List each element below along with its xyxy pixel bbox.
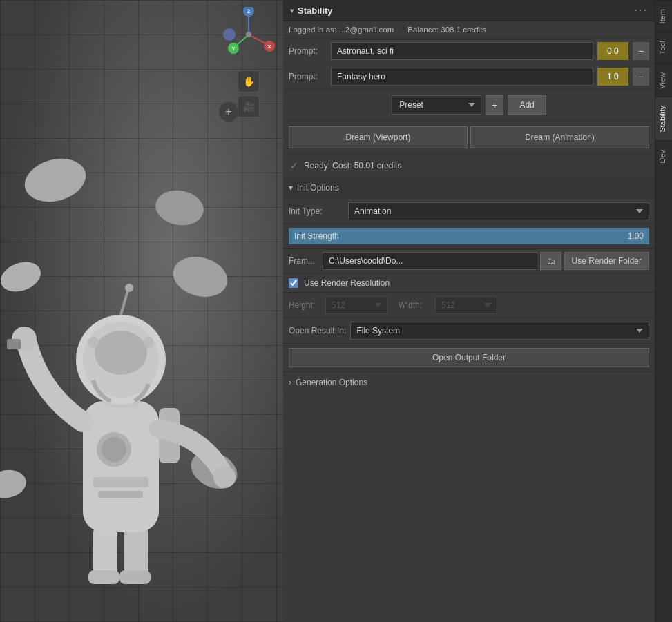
svg-point-17 xyxy=(213,466,236,488)
frame-label: Fram... xyxy=(289,256,320,266)
preset-select[interactable]: Preset xyxy=(392,95,481,115)
generation-options-label: Generation Options xyxy=(296,378,367,387)
preset-plus-button[interactable]: + xyxy=(486,95,503,115)
init-strength-label: Init Strength xyxy=(289,231,628,241)
viewport-bg: + Z Y X xyxy=(0,0,283,622)
svg-point-1 xyxy=(153,186,207,229)
svg-point-2 xyxy=(0,257,45,297)
panel-header-left: ▾ Stability xyxy=(290,6,333,16)
svg-point-36 xyxy=(246,32,251,37)
status-row: ✓ Ready! Cost: 50.01 credits. xyxy=(283,155,655,177)
dream-buttons-row: Dream (Viewport) Dream (Animation) xyxy=(283,121,655,155)
width-label: Width: xyxy=(399,300,430,310)
dream-viewport-button[interactable]: Dream (Viewport) xyxy=(289,126,468,148)
svg-line-25 xyxy=(121,291,128,315)
preset-row: Preset + Add xyxy=(283,90,655,121)
hand-tool-button[interactable]: ✋ xyxy=(238,70,260,93)
init-options-header[interactable]: ▾ Init Options xyxy=(283,177,655,199)
frame-folder-button[interactable]: 🗂 xyxy=(540,252,561,270)
stability-panel: ▾ Stability ··· Logged in as: ...2@gmail… xyxy=(283,0,655,622)
panel-menu-dots[interactable]: ··· xyxy=(635,4,648,17)
account-info-row: Logged in as: ...2@gmail.com Balance: 30… xyxy=(283,21,655,39)
resolution-row: Height: 512 Width: 512 xyxy=(283,293,655,318)
svg-point-37 xyxy=(223,28,236,41)
camera-tool-button[interactable]: 🎥 xyxy=(238,95,260,117)
svg-rect-14 xyxy=(98,491,143,498)
panel-header: ▾ Stability ··· xyxy=(283,0,655,21)
svg-text:Z: Z xyxy=(247,8,251,14)
init-type-label: Init Type: xyxy=(289,206,344,216)
viewport-controls: Z Y X ✋ xyxy=(221,7,276,117)
prompt-input-1[interactable] xyxy=(331,42,593,60)
prompt-label-1: Prompt: xyxy=(289,46,327,56)
width-select[interactable]: 512 xyxy=(435,296,497,314)
render-resolution-checkbox[interactable] xyxy=(289,278,298,288)
prompt-row-2: Prompt: 1.0 − xyxy=(283,64,655,90)
panel-title: Stability xyxy=(298,6,333,16)
astronaut-model xyxy=(0,139,249,622)
render-resolution-label[interactable]: Use Render Resolution xyxy=(304,278,390,288)
svg-point-24 xyxy=(143,337,154,348)
init-options-collapse-icon: ▾ xyxy=(289,183,293,193)
init-type-select[interactable]: Animation xyxy=(348,202,649,220)
open-result-select[interactable]: File System xyxy=(350,322,649,340)
collapse-arrow-icon[interactable]: ▾ xyxy=(290,7,294,14)
init-strength-value: 1.00 xyxy=(628,231,649,241)
init-options-label: Init Options xyxy=(297,183,339,193)
side-tabs: Item Tool View Stability Dev xyxy=(655,0,672,622)
dream-animation-button[interactable]: Dream (Animation) xyxy=(470,126,649,148)
init-strength-bar[interactable]: Init Strength 1.00 xyxy=(289,228,649,244)
prompt-minus-1[interactable]: − xyxy=(633,42,649,60)
preset-add-label-button[interactable]: Add xyxy=(508,95,546,115)
svg-rect-8 xyxy=(88,570,119,584)
init-strength-row[interactable]: Init Strength 1.00 xyxy=(283,224,655,249)
svg-point-3 xyxy=(169,251,232,303)
output-folder-row: Open Output Folder xyxy=(283,344,655,372)
frame-path-input[interactable] xyxy=(323,252,537,270)
svg-rect-13 xyxy=(93,477,148,487)
svg-point-12 xyxy=(102,437,126,462)
generation-options-header[interactable]: › Generation Options xyxy=(283,372,655,393)
status-message: Ready! Cost: 50.01 credits. xyxy=(304,161,404,171)
sidebar-item-stability[interactable]: Stability xyxy=(655,97,672,141)
prompt-minus-2[interactable]: − xyxy=(633,68,649,86)
use-render-folder-button[interactable]: Use Render Folder xyxy=(564,252,649,270)
height-select[interactable]: 512 xyxy=(325,296,387,314)
prompt-row-1: Prompt: 0.0 − xyxy=(283,39,655,64)
hand-icon: ✋ xyxy=(243,76,255,87)
axis-gizmo[interactable]: Z Y X xyxy=(221,7,276,62)
sidebar-item-dev[interactable]: Dev xyxy=(655,141,672,172)
svg-rect-9 xyxy=(119,570,151,584)
prompt-label-2: Prompt: xyxy=(289,72,327,81)
sidebar-item-view[interactable]: View xyxy=(655,64,672,97)
camera-icon: 🎥 xyxy=(243,101,255,112)
svg-rect-10 xyxy=(83,401,159,532)
viewport: + Z Y X xyxy=(0,0,283,622)
logged-in-text: Logged in as: ...2@gmail.com xyxy=(289,26,394,34)
render-resolution-row: Use Render Resolution xyxy=(283,274,655,293)
balance-text: Balance: 308.1 credits xyxy=(407,26,486,34)
init-type-row: Init Type: Animation xyxy=(283,199,655,224)
svg-point-0 xyxy=(20,152,90,208)
svg-rect-18 xyxy=(7,339,21,349)
svg-point-22 xyxy=(95,331,147,375)
sidebar-item-tool[interactable]: Tool xyxy=(655,32,672,63)
sidebar-item-item[interactable]: Item xyxy=(655,0,672,32)
status-check-icon: ✓ xyxy=(290,160,298,171)
svg-text:X: X xyxy=(267,43,271,50)
open-result-row: Open Result In: File System xyxy=(283,318,655,344)
prompt-weight-1[interactable]: 0.0 xyxy=(597,42,628,60)
open-result-label: Open Result In: xyxy=(289,326,346,336)
frame-path-row: Fram... 🗂 Use Render Folder xyxy=(283,249,655,274)
svg-point-23 xyxy=(88,337,99,348)
svg-point-5 xyxy=(0,467,28,500)
open-output-folder-button[interactable]: Open Output Folder xyxy=(289,348,649,367)
prompt-input-2[interactable] xyxy=(331,68,593,86)
generation-options-expand-icon: › xyxy=(289,378,291,387)
prompt-weight-2[interactable]: 1.0 xyxy=(597,68,628,86)
svg-text:Y: Y xyxy=(231,46,236,52)
svg-point-26 xyxy=(125,284,133,292)
height-label: Height: xyxy=(289,300,320,310)
